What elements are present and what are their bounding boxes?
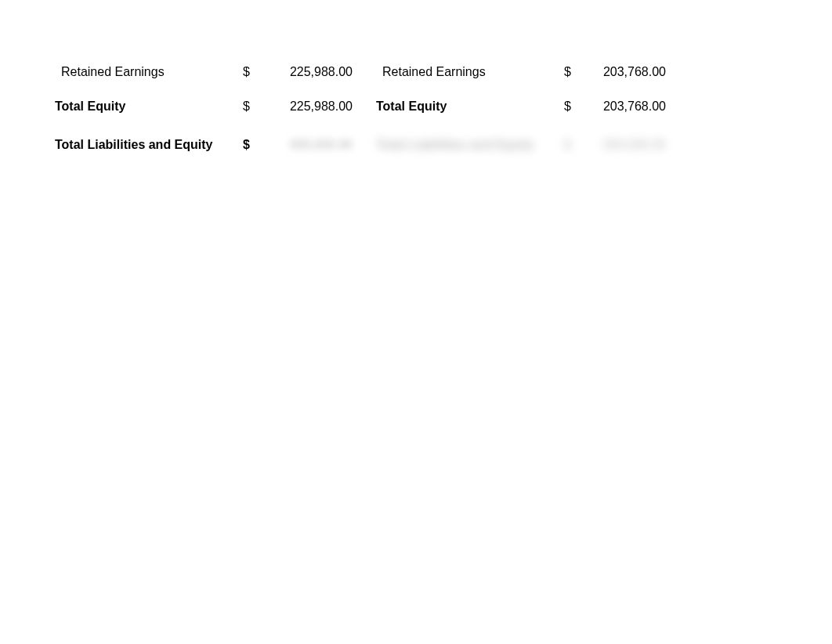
retained-earnings-value-left: 225,988.00 bbox=[259, 65, 353, 79]
total-equity-label-left: Total Equity bbox=[55, 99, 243, 114]
currency-symbol: $ bbox=[243, 99, 259, 114]
total-equity-label-right: Total Equity bbox=[376, 99, 564, 114]
balance-sheet-section: Retained Earnings $ 225,988.00 Retained … bbox=[55, 55, 777, 162]
total-liabilities-equity-amount-right-blurred: $ 000,000.00 bbox=[564, 138, 666, 152]
retained-earnings-value-right: 203,768.00 bbox=[580, 65, 666, 79]
currency-symbol: $ bbox=[243, 138, 259, 152]
currency-symbol-blurred: $ bbox=[564, 138, 580, 152]
retained-earnings-amount-right: $ 203,768.00 bbox=[564, 65, 666, 79]
retained-earnings-amount-left: $ 225,988.00 bbox=[243, 65, 353, 79]
total-equity-row: Total Equity $ 225,988.00 Total Equity $… bbox=[55, 89, 777, 124]
total-equity-amount-left: $ 225,988.00 bbox=[243, 99, 353, 114]
total-equity-value-left: 225,988.00 bbox=[259, 99, 353, 114]
currency-symbol: $ bbox=[564, 65, 580, 79]
total-liabilities-equity-label-right-blurred: Total Liabilities and Equity bbox=[376, 138, 564, 152]
total-equity-amount-right: $ 203,768.00 bbox=[564, 99, 666, 114]
total-liabilities-equity-value-left-blurred: 000,000.00 bbox=[259, 138, 353, 152]
total-liabilities-equity-value-right-blurred: 000,000.00 bbox=[580, 138, 666, 152]
retained-earnings-label-left: Retained Earnings bbox=[55, 65, 243, 79]
total-liabilities-equity-label-left: Total Liabilities and Equity bbox=[55, 138, 243, 152]
total-equity-value-right: 203,768.00 bbox=[580, 99, 666, 114]
currency-symbol: $ bbox=[564, 99, 580, 114]
currency-symbol: $ bbox=[243, 65, 259, 79]
retained-earnings-row: Retained Earnings $ 225,988.00 Retained … bbox=[55, 55, 777, 89]
total-liabilities-equity-row: Total Liabilities and Equity $ 000,000.0… bbox=[55, 128, 777, 162]
total-liabilities-equity-amount-left: $ 000,000.00 bbox=[243, 138, 353, 152]
retained-earnings-label-right: Retained Earnings bbox=[376, 65, 564, 79]
